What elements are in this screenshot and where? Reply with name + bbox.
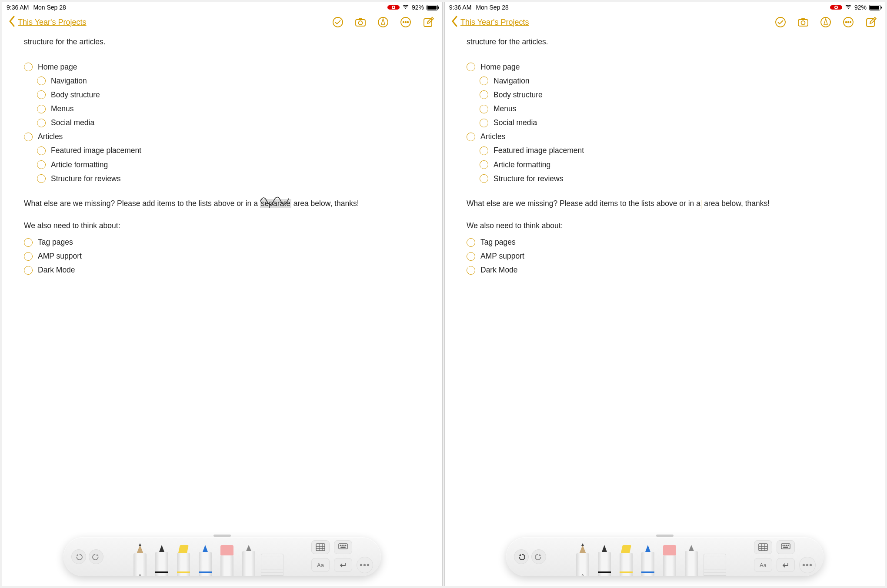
marker-tool[interactable]: 97	[174, 545, 193, 576]
checkbox-circle[interactable]	[37, 90, 46, 99]
compose-icon[interactable]	[422, 16, 434, 28]
checklist-icon[interactable]	[332, 16, 344, 28]
list-item: Navigation	[480, 74, 867, 88]
back-label: This Year's Projects	[18, 18, 87, 27]
pencilkit-palette[interactable]: A 97 50 Aa •••	[63, 537, 381, 576]
svg-rect-10	[339, 544, 347, 549]
checkbox-circle[interactable]	[24, 266, 33, 275]
pencil-tool-scribble[interactable]: A	[573, 545, 592, 576]
checkbox-circle[interactable]	[467, 133, 475, 141]
camera-icon[interactable]	[354, 16, 367, 28]
keyboard-button[interactable]	[334, 540, 352, 554]
camera-icon[interactable]	[797, 16, 809, 28]
note-content[interactable]: structure for the articles. Home page Na…	[445, 36, 885, 277]
list-item: Social media	[37, 116, 424, 130]
list-item: Dark Mode	[24, 263, 424, 277]
more-icon[interactable]	[400, 16, 412, 28]
ruler-tool[interactable]	[261, 554, 283, 576]
palette-handle[interactable]	[656, 535, 674, 537]
checkbox-circle[interactable]	[467, 266, 475, 275]
status-date: Mon Sep 28	[476, 4, 509, 11]
checkbox-circle[interactable]	[480, 146, 488, 155]
checkbox-circle[interactable]	[24, 252, 33, 261]
undo-button[interactable]	[71, 549, 86, 564]
text-format-button[interactable]: Aa	[311, 558, 330, 572]
pen-tool[interactable]	[595, 545, 614, 576]
checkbox-circle[interactable]	[480, 90, 488, 99]
keyboard-button[interactable]	[777, 540, 795, 554]
list-item: Social media	[480, 116, 867, 130]
redo-button[interactable]	[531, 549, 546, 564]
battery-icon	[427, 5, 438, 10]
checkbox-circle[interactable]	[480, 174, 488, 183]
checkbox-circle[interactable]	[37, 174, 46, 183]
palette-more-button[interactable]: •••	[799, 557, 816, 573]
svg-rect-15	[341, 547, 345, 548]
pencil-tool-blue[interactable]: 50	[196, 545, 215, 576]
checklist-bottom: Tag pages AMP support Dark Mode	[467, 236, 867, 277]
list-item: AMP support	[24, 249, 424, 263]
lasso-tool[interactable]	[239, 545, 258, 576]
note-content[interactable]: structure for the articles. Home page Na…	[2, 36, 442, 277]
checkbox-circle[interactable]	[24, 63, 33, 71]
redo-button[interactable]	[89, 549, 103, 564]
ruler-tool[interactable]	[704, 554, 726, 576]
text-format-button[interactable]: Aa	[754, 558, 772, 572]
checklist-icon[interactable]	[774, 16, 787, 28]
checkbox-circle[interactable]	[37, 76, 46, 85]
notes-panel-left: 9:36 AM Mon Sep 28 92% This Year's Proje…	[2, 2, 443, 586]
pencilkit-palette[interactable]: A 97 50 Aa •••	[506, 537, 824, 576]
lasso-tool[interactable]	[682, 545, 701, 576]
wifi-icon	[402, 4, 409, 11]
back-button[interactable]: This Year's Projects	[8, 15, 87, 29]
nav-toolbar: This Year's Projects	[2, 13, 442, 36]
checkbox-circle[interactable]	[37, 119, 46, 127]
eraser-tool[interactable]	[660, 545, 679, 576]
checklist-top: Home page	[467, 60, 867, 74]
svg-rect-9	[316, 544, 325, 551]
return-button[interactable]	[777, 558, 795, 572]
list-item: Articles	[24, 130, 424, 144]
checkbox-circle[interactable]	[480, 105, 488, 113]
table-button[interactable]	[754, 540, 772, 554]
checkbox-circle[interactable]	[480, 160, 488, 169]
question-paragraph: What else are we missing? Please add ite…	[24, 198, 424, 209]
palette-handle[interactable]	[213, 535, 231, 537]
status-bar: 9:36 AM Mon Sep 28 92%	[445, 2, 885, 13]
markup-icon[interactable]	[820, 16, 832, 28]
checkbox-circle[interactable]	[480, 119, 488, 127]
undo-button[interactable]	[514, 549, 529, 564]
list-item: Body structure	[37, 88, 424, 102]
checkbox-circle[interactable]	[37, 105, 46, 113]
checkbox-circle[interactable]	[24, 238, 33, 247]
checklist-top: Home page	[24, 60, 424, 74]
palette-more-button[interactable]: •••	[357, 557, 373, 573]
svg-point-28	[784, 545, 785, 546]
svg-point-0	[333, 17, 343, 27]
checkbox-circle[interactable]	[480, 76, 488, 85]
svg-point-11	[340, 545, 341, 546]
battery-icon	[869, 5, 880, 10]
checkbox-circle[interactable]	[467, 252, 475, 261]
marker-tool[interactable]: 97	[617, 545, 636, 576]
markup-icon[interactable]	[377, 16, 389, 28]
pencil-tool-scribble[interactable]: A	[130, 545, 150, 576]
more-icon[interactable]	[842, 16, 854, 28]
list-item: Featured image placement	[480, 144, 867, 158]
back-button[interactable]: This Year's Projects	[451, 15, 529, 29]
checkbox-circle[interactable]	[37, 146, 46, 155]
eraser-tool[interactable]	[217, 545, 237, 576]
pencil-tool-blue[interactable]: 50	[638, 545, 657, 576]
checkbox-circle[interactable]	[24, 133, 33, 141]
return-button[interactable]	[334, 558, 352, 572]
checkbox-circle[interactable]	[37, 160, 46, 169]
svg-point-6	[405, 22, 407, 23]
recording-indicator	[387, 5, 400, 10]
list-item: Tag pages	[24, 236, 424, 249]
checkbox-circle[interactable]	[467, 63, 475, 71]
compose-icon[interactable]	[865, 16, 877, 28]
table-button[interactable]	[311, 540, 330, 554]
svg-point-29	[786, 545, 787, 546]
pen-tool[interactable]	[152, 545, 171, 576]
checkbox-circle[interactable]	[467, 238, 475, 247]
